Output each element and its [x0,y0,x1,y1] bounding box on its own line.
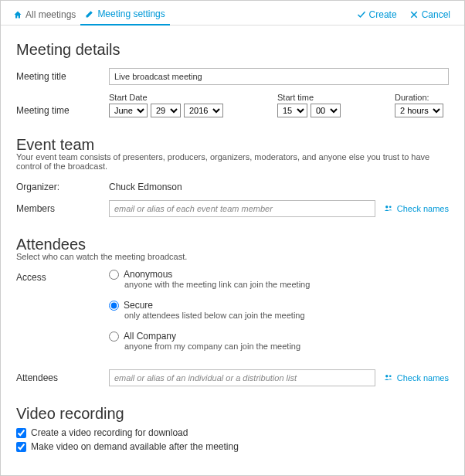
members-input[interactable] [109,200,375,217]
people-icon [383,373,394,382]
meeting-time-label: Meeting time [16,93,109,116]
check-icon [357,10,366,19]
svg-point-0 [385,206,388,208]
access-label: Access [16,269,109,283]
members-label: Members [16,200,109,214]
tab-all-meetings-label: All meetings [25,9,76,20]
radio-company-sub: anyone from my company can join the meet… [124,342,449,351]
meeting-time-row: Meeting time Start Date June 29 2016 Sta… [16,93,449,117]
svg-point-2 [385,375,388,377]
organizer-value: Chuck Edmonson [109,178,449,192]
organizer-label: Organizer: [16,178,109,192]
tab-meeting-settings[interactable]: Meeting settings [80,5,169,26]
event-team-desc: Your event team consists of presenters, … [16,152,449,171]
event-team-heading: Event team [16,136,449,154]
svg-point-3 [389,375,392,377]
duration-label: Duration: [395,93,443,102]
start-date-group: Start Date June 29 2016 [109,93,223,117]
access-option-anonymous: Anonymous anyone with the meeting link c… [109,269,449,289]
check-names-attendees[interactable]: Check names [383,373,449,382]
checkbox-vod-label: Make video on demand available after the… [31,441,239,452]
check-names-attendees-label: Check names [397,373,449,382]
attendees-input[interactable] [109,369,375,386]
edit-icon [85,9,94,19]
home-icon [13,10,22,19]
start-time-label: Start time [277,93,341,102]
start-date-label: Start Date [109,93,223,102]
cancel-button[interactable]: Cancel [403,6,457,25]
access-option-company: All Company anyone from my company can j… [109,331,449,351]
start-time-group: Start time 15 00 [277,93,341,117]
attendees-input-row: Attendees Check names [16,369,449,386]
organizer-row: Organizer: Chuck Edmonson [16,178,449,192]
attendees-heading: Attendees [16,236,449,253]
attendees-input-label: Attendees [16,369,109,383]
close-icon [409,10,419,19]
access-option-secure: Secure only attendees listed below can j… [109,300,449,320]
attendees-desc: Select who can watch the meeting broadca… [16,252,449,261]
radio-secure-label: Secure [124,300,153,311]
meeting-title-row: Meeting title [16,68,449,85]
checkbox-vod[interactable] [16,442,26,452]
top-bar: All meetings Meeting settings Create Can… [1,1,464,26]
year-select[interactable]: 2016 [184,104,223,117]
hour-select[interactable]: 15 [277,104,307,117]
radio-secure-sub: only attendees listed below can join the… [124,311,449,320]
duration-select[interactable]: 2 hours [395,104,443,117]
check-names-members-label: Check names [397,204,449,213]
create-label: Create [369,9,397,20]
radio-company[interactable] [109,332,119,342]
month-select[interactable]: June [109,104,148,117]
meeting-title-input[interactable] [109,68,449,85]
cancel-label: Cancel [422,9,450,20]
recording-option-vod: Make video on demand available after the… [16,441,449,452]
tab-all-meetings[interactable]: All meetings [8,6,80,25]
recording-option-download: Create a video recording for download [16,427,449,438]
tab-meeting-settings-label: Meeting settings [97,8,165,19]
members-row: Members Check names [16,200,449,217]
create-button[interactable]: Create [351,6,403,25]
access-row: Access Anonymous anyone with the meeting… [16,269,449,362]
minute-select[interactable]: 00 [311,104,341,117]
check-names-members[interactable]: Check names [383,204,449,213]
day-select[interactable]: 29 [151,104,181,117]
meeting-title-label: Meeting title [16,68,109,82]
radio-anonymous-label: Anonymous [124,269,172,280]
svg-point-1 [389,206,392,208]
radio-secure[interactable] [109,301,119,311]
checkbox-download-label: Create a video recording for download [31,427,188,438]
checkbox-download[interactable] [16,428,26,438]
meeting-details-heading: Meeting details [16,41,449,59]
radio-anonymous-sub: anyone with the meeting link can join th… [124,280,449,289]
radio-company-label: All Company [124,331,176,342]
people-icon [383,204,394,213]
video-recording-heading: Video recording [16,405,449,423]
content: Meeting details Meeting title Meeting ti… [1,26,464,461]
radio-anonymous[interactable] [109,270,119,280]
duration-group: Duration: 2 hours [395,93,443,117]
